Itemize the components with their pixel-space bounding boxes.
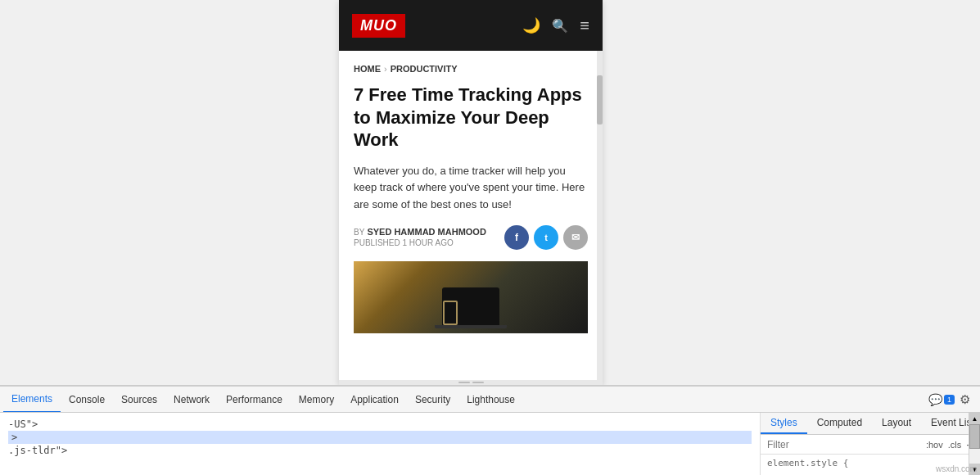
- tab-console[interactable]: Console: [61, 387, 113, 413]
- scroll-track: [969, 424, 980, 464]
- styles-filter-bar: :hov .cls +: [761, 435, 980, 455]
- devtools-content: -US"> > .js-tldr"> Styles Computed: [0, 413, 980, 475]
- facebook-icon: f: [515, 232, 518, 243]
- breadcrumb-separator: ›: [384, 64, 387, 74]
- tab-performance[interactable]: Performance: [218, 387, 291, 413]
- html-line-1: -US">: [8, 418, 752, 431]
- email-icon: ✉: [571, 232, 580, 243]
- article-title: 7 Free Time Tracking Apps to Maximize Yo…: [354, 84, 588, 152]
- html-line-3: .js-tldr">: [8, 444, 752, 457]
- site-logo: MUO: [352, 14, 405, 38]
- article-content: HOME › PRODUCTIVITY 7 Free Time Tracking…: [339, 51, 603, 385]
- devtools-html-panel: -US"> > .js-tldr">: [0, 413, 761, 475]
- breadcrumb-home[interactable]: HOME: [354, 64, 381, 74]
- tab-network[interactable]: Network: [165, 387, 218, 413]
- article-author-block: BY SYED HAMMAD MAHMOOD PUBLISHED 1 HOUR …: [354, 227, 486, 247]
- breadcrumb-section[interactable]: PRODUCTIVITY: [391, 64, 458, 74]
- notifications-icon[interactable]: 💬: [928, 393, 942, 406]
- devtools-notification: 💬 1: [928, 393, 955, 406]
- site-scrollbar[interactable]: [597, 51, 603, 385]
- html-line-2: >: [8, 431, 752, 444]
- article-excerpt: Whatever you do, a time tracker will hel…: [354, 163, 588, 214]
- tab-application[interactable]: Application: [342, 387, 407, 413]
- hover-filter[interactable]: :hov: [926, 440, 943, 450]
- subtab-layout[interactable]: Layout: [872, 413, 921, 434]
- styles-subtabs: Styles Computed Layout Event Listeners: [761, 413, 980, 435]
- notification-badge: 1: [944, 395, 955, 405]
- subtab-computed[interactable]: Computed: [807, 413, 872, 434]
- email-share-button[interactable]: ✉: [563, 225, 588, 250]
- scroll-thumb[interactable]: [969, 424, 980, 449]
- site-header: MUO 🌙 🔍 ≡: [339, 0, 603, 51]
- tab-security[interactable]: Security: [407, 387, 458, 413]
- article-author: BY SYED HAMMAD MAHMOOD: [354, 227, 486, 237]
- tab-memory[interactable]: Memory: [291, 387, 342, 413]
- tab-lighthouse[interactable]: Lighthouse: [458, 387, 523, 413]
- tab-sources[interactable]: Sources: [113, 387, 165, 413]
- search-icon[interactable]: 🔍: [552, 18, 568, 34]
- scroll-up-btn[interactable]: ▲: [969, 413, 980, 424]
- breadcrumb: HOME › PRODUCTIVITY: [354, 64, 588, 74]
- article-image: [354, 261, 588, 333]
- twitter-share-button[interactable]: t: [534, 225, 558, 250]
- devtools-panel: Elements Console Sources Network Perform…: [0, 385, 980, 475]
- article-date: PUBLISHED 1 HOUR AGO: [354, 238, 486, 247]
- devtools-settings-icon[interactable]: ⚙: [960, 392, 970, 407]
- facebook-share-button[interactable]: f: [504, 225, 529, 250]
- class-filter[interactable]: .cls: [948, 440, 962, 450]
- website-preview: MUO 🌙 🔍 ≡ HOME › PRODUCTIVITY 7 Free Tim…: [339, 0, 603, 385]
- moon-icon[interactable]: 🌙: [522, 16, 540, 34]
- menu-icon[interactable]: ≡: [580, 16, 589, 35]
- twitter-icon: t: [544, 233, 548, 242]
- social-icons: f t ✉: [504, 225, 588, 250]
- devtools-tabbar: Elements Console Sources Network Perform…: [0, 387, 980, 413]
- styles-filter-input[interactable]: [767, 439, 921, 450]
- site-header-icons: 🌙 🔍 ≡: [522, 16, 589, 35]
- tab-elements[interactable]: Elements: [3, 387, 61, 413]
- article-meta: BY SYED HAMMAD MAHMOOD PUBLISHED 1 HOUR …: [354, 225, 588, 250]
- watermark: wsxdn.com: [936, 464, 977, 473]
- subtab-styles[interactable]: Styles: [761, 413, 807, 434]
